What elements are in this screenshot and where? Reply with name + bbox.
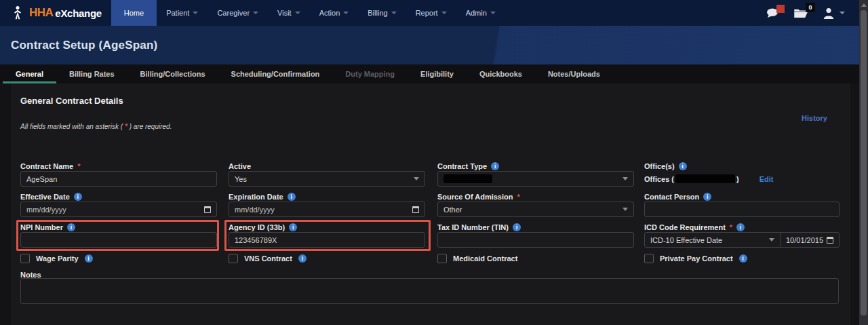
private-pay-contract-checkbox[interactable]: [644, 254, 654, 263]
tax-id-input[interactable]: [437, 232, 634, 248]
contract-name-input[interactable]: [20, 171, 217, 187]
info-icon[interactable]: [491, 162, 499, 170]
user-menu-button[interactable]: [823, 7, 845, 19]
notes-textarea[interactable]: [20, 278, 839, 304]
scrollbar-thumb[interactable]: [861, 10, 867, 316]
chevron-down-icon: [769, 238, 774, 242]
checkbox-label: Medicaid Contract: [453, 254, 517, 263]
chevron-down-icon: [441, 12, 447, 14]
calendar-icon[interactable]: [204, 206, 211, 213]
info-icon[interactable]: [513, 223, 521, 231]
medicaid-contract-checkbox[interactable]: [437, 254, 447, 263]
info-icon[interactable]: [74, 193, 82, 201]
checkbox-label: Private Pay Contract: [660, 254, 733, 263]
tab-eligibility[interactable]: Eligibility: [408, 64, 467, 83]
folder-count-badge: 0: [806, 3, 815, 12]
required-asterisk: *: [730, 223, 732, 231]
chevron-down-icon: [623, 208, 628, 211]
tab-billing-collections[interactable]: Billing/Collections: [127, 64, 218, 83]
offices-prefix: Offices (: [644, 175, 674, 183]
info-icon[interactable]: [85, 254, 93, 263]
chevron-down-icon: [391, 12, 397, 14]
select-value: Other: [443, 206, 462, 214]
label-text: Office(s): [644, 162, 675, 170]
section-heading: General Contract Details: [20, 96, 123, 106]
chevron-down-icon: [343, 12, 349, 14]
source-of-admission-select[interactable]: Other: [437, 202, 634, 217]
offices-label: Office(s): [644, 162, 687, 170]
label-text: Agency ID (33b): [229, 223, 285, 231]
info-icon[interactable]: [739, 254, 747, 263]
redacted-value: [675, 174, 735, 183]
wage-parity-checkbox[interactable]: [20, 254, 30, 263]
menu-item-visit[interactable]: Visit: [268, 0, 310, 26]
icd-effective-date-input[interactable]: 10/01/2015: [780, 232, 840, 248]
label-text: Source Of Admission: [437, 193, 513, 201]
effective-date-input[interactable]: mm/dd/yyyy: [20, 202, 217, 217]
tab-general[interactable]: General: [3, 64, 56, 83]
active-select[interactable]: Yes: [229, 171, 425, 187]
menu-item-billing[interactable]: Billing: [358, 0, 406, 26]
agency-id-input[interactable]: [229, 232, 425, 248]
chevron-down-icon: [840, 12, 845, 14]
history-link[interactable]: History: [802, 114, 827, 122]
tab-label: Billing/Collections: [140, 70, 205, 78]
contract-name-label: Contract Name *: [20, 162, 81, 170]
icd-requirement-select[interactable]: ICD-10 Effective Date: [644, 232, 781, 248]
required-asterisk: *: [517, 193, 519, 201]
chevron-down-icon: [623, 177, 628, 180]
info-icon[interactable]: [679, 162, 687, 170]
menu-item-report[interactable]: Report: [406, 0, 456, 26]
tab-scheduling-confirmation[interactable]: Scheduling/Confirmation: [218, 64, 333, 83]
calendar-icon[interactable]: [827, 237, 833, 244]
info-icon[interactable]: [298, 254, 307, 263]
folder-button[interactable]: 0: [793, 7, 808, 18]
chevron-down-icon: [193, 12, 198, 14]
vertical-scrollbar[interactable]: [859, 0, 868, 325]
expiration-date-input[interactable]: mm/dd/yyyy: [229, 202, 425, 217]
contact-person-label: Contact Person: [644, 193, 711, 201]
menu-label: Visit: [277, 9, 292, 17]
note-suffix: ) are required.: [127, 123, 172, 130]
tab-quickbooks[interactable]: Quickbooks: [467, 64, 535, 83]
info-icon[interactable]: [736, 223, 745, 231]
contact-person-input[interactable]: [644, 202, 840, 217]
info-icon[interactable]: [289, 223, 297, 231]
tab-label: Notes/Uploads: [548, 70, 600, 78]
chevron-down-icon: [295, 12, 300, 14]
info-icon[interactable]: [703, 193, 711, 201]
menu-item-caregiver[interactable]: Caregiver: [208, 0, 268, 26]
menu-label: Report: [416, 9, 438, 17]
agency-id-label: Agency ID (33b): [229, 223, 297, 231]
menu-item-action[interactable]: Action: [310, 0, 359, 26]
source-of-admission-label: Source Of Admission *: [437, 193, 520, 201]
person-logo-icon: [11, 5, 24, 20]
label-text: Effective Date: [20, 193, 70, 201]
tab-duty-mapping[interactable]: Duty Mapping: [332, 64, 408, 83]
calendar-icon[interactable]: [412, 206, 419, 213]
menu-item-patient[interactable]: Patient: [157, 0, 208, 26]
label-text: Tax ID Number (TIN): [437, 223, 509, 231]
npi-number-input[interactable]: [20, 232, 217, 248]
scroll-up-arrow-icon[interactable]: [861, 3, 867, 7]
edit-offices-link[interactable]: Edit: [760, 175, 774, 183]
general-contract-details-panel: General Contract Details All fields mark…: [11, 83, 850, 325]
select-value: ICD-10 Effective Date: [650, 236, 722, 244]
vns-contract-checkbox[interactable]: [229, 254, 238, 263]
tab-billing-rates[interactable]: Billing Rates: [56, 64, 127, 83]
chevron-down-icon: [490, 12, 496, 14]
wage-parity-checkbox-item: Wage Parity: [20, 254, 93, 263]
contract-type-select[interactable]: [437, 171, 634, 187]
messages-button[interactable]: [766, 8, 778, 18]
menu-item-home[interactable]: Home: [111, 0, 157, 26]
hhaexchange-logo[interactable]: HHA eXchange: [0, 0, 111, 26]
tab-label: Eligibility: [420, 70, 454, 78]
date-value: 10/01/2015: [786, 236, 823, 244]
tab-label: Quickbooks: [479, 70, 522, 78]
info-icon[interactable]: [288, 193, 296, 201]
menu-item-admin[interactable]: Admin: [456, 0, 505, 26]
info-icon[interactable]: [67, 223, 75, 231]
user-icon: [823, 7, 834, 19]
tab-notes-uploads[interactable]: Notes/Uploads: [535, 64, 613, 83]
vns-contract-checkbox-item: VNS Contract: [229, 254, 307, 263]
